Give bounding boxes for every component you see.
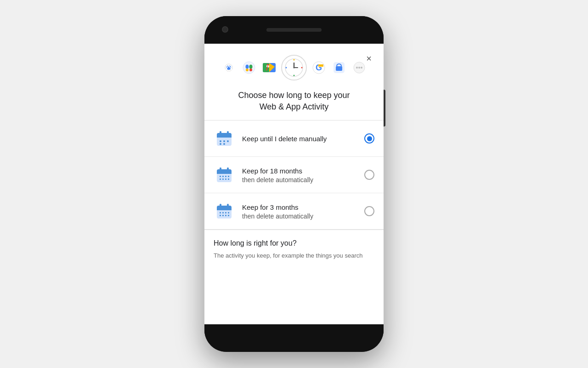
phone-side-button xyxy=(384,90,385,126)
svg-point-32 xyxy=(361,67,362,69)
svg-point-19 xyxy=(294,59,295,61)
assistant-icon xyxy=(241,59,257,76)
svg-point-41 xyxy=(220,143,221,145)
svg-point-39 xyxy=(223,140,225,142)
svg-rect-35 xyxy=(217,136,232,138)
svg-rect-49 xyxy=(222,176,224,177)
phone-device: × xyxy=(204,16,384,352)
svg-rect-37 xyxy=(227,131,229,135)
svg-rect-54 xyxy=(225,178,226,180)
svg-rect-59 xyxy=(220,204,221,207)
svg-rect-66 xyxy=(222,215,224,216)
phone-top-bar xyxy=(204,16,384,44)
clock-icon xyxy=(281,55,307,80)
svg-point-9 xyxy=(249,69,252,71)
option-18months[interactable]: Keep for 18 months then delete automatic… xyxy=(204,157,384,193)
option-manual[interactable]: Keep until I delete manually xyxy=(204,121,384,157)
calendar-manual-icon xyxy=(214,128,235,149)
svg-rect-62 xyxy=(222,212,224,213)
dialog-title: Choose how long to keep your Web & App A… xyxy=(204,84,384,120)
svg-rect-55 xyxy=(228,178,229,180)
svg-rect-53 xyxy=(222,178,224,180)
svg-point-31 xyxy=(358,67,360,69)
calendar-18months-icon xyxy=(214,164,235,185)
bottom-section: How long is right for you? The activity … xyxy=(204,230,384,265)
chrome-icon xyxy=(220,59,237,76)
radio-manual[interactable] xyxy=(364,133,374,144)
svg-rect-46 xyxy=(220,167,221,171)
svg-point-7 xyxy=(249,65,253,69)
svg-rect-51 xyxy=(228,176,229,177)
phone-bottom-bar xyxy=(204,324,384,352)
phone-speaker xyxy=(266,28,322,32)
svg-rect-45 xyxy=(217,172,232,174)
maps-icon xyxy=(261,59,277,76)
option-18months-text: Keep for 18 months then delete automatic… xyxy=(242,167,357,184)
svg-point-5 xyxy=(243,62,255,74)
svg-point-20 xyxy=(301,67,303,69)
option-3months-text: Keep for 3 months then delete automatica… xyxy=(242,203,357,220)
svg-rect-28 xyxy=(336,66,342,71)
svg-point-14 xyxy=(267,64,269,66)
radio-3months[interactable] xyxy=(364,206,374,216)
svg-point-42 xyxy=(223,143,225,145)
svg-rect-64 xyxy=(228,212,229,213)
svg-rect-36 xyxy=(220,131,221,135)
option-manual-text: Keep until I delete manually xyxy=(242,134,357,144)
svg-point-40 xyxy=(227,140,229,142)
radio-manual-fill xyxy=(367,136,372,141)
svg-point-6 xyxy=(246,65,249,69)
svg-rect-61 xyxy=(220,212,221,213)
svg-rect-58 xyxy=(217,208,232,210)
phone-camera xyxy=(222,26,228,33)
phone-screen: × xyxy=(204,44,384,324)
app-icons-row: G xyxy=(204,44,384,84)
svg-point-22 xyxy=(286,67,287,69)
svg-point-8 xyxy=(246,69,249,71)
svg-rect-68 xyxy=(228,215,229,216)
svg-rect-52 xyxy=(220,178,221,180)
svg-rect-65 xyxy=(220,215,221,216)
radio-18months[interactable] xyxy=(364,170,374,180)
svg-rect-50 xyxy=(225,176,226,177)
svg-point-21 xyxy=(294,75,295,76)
option-3months[interactable]: Keep for 3 months then delete automatica… xyxy=(204,193,384,230)
svg-rect-67 xyxy=(225,215,226,216)
svg-rect-60 xyxy=(227,204,229,207)
svg-rect-63 xyxy=(225,212,226,213)
svg-rect-48 xyxy=(220,176,221,177)
svg-point-30 xyxy=(356,67,358,69)
calendar-3months-icon xyxy=(214,201,235,222)
google-icon: G xyxy=(311,59,327,76)
svg-point-38 xyxy=(220,140,221,142)
svg-rect-47 xyxy=(227,167,229,171)
store-icon xyxy=(331,59,347,76)
svg-rect-26 xyxy=(318,64,323,67)
dialog: × xyxy=(204,44,384,324)
svg-point-18 xyxy=(294,67,295,69)
close-button[interactable]: × xyxy=(362,51,376,66)
